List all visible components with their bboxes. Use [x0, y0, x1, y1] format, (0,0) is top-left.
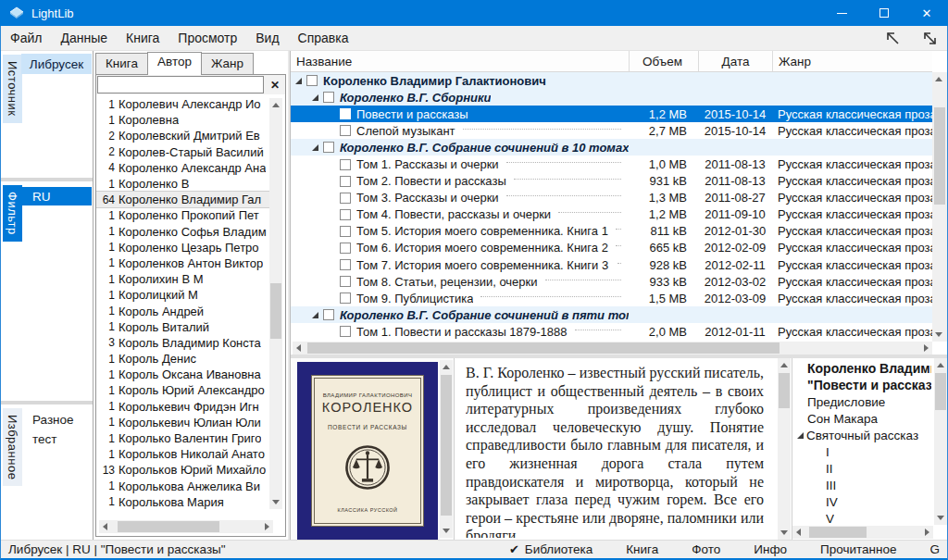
status-item-Книга[interactable]: Книга [626, 542, 658, 556]
author-row[interactable]: 13Корольков Юрий Михайло [96, 462, 273, 478]
column-header-size[interactable]: Объем [629, 51, 698, 71]
expander-icon[interactable] [295, 78, 302, 84]
tree-row[interactable]: Том 8. Статьи, рецензии, очерки933 kB201… [291, 273, 932, 290]
scroll-right-arrow[interactable] [265, 523, 269, 530]
favorites-item[interactable]: Разное [21, 410, 91, 429]
contents-item[interactable]: Короленко Владимир [794, 360, 931, 377]
author-row[interactable]: 1Король Андрей [96, 303, 273, 318]
checkbox[interactable] [340, 176, 351, 187]
checkbox[interactable] [340, 193, 351, 204]
scroll-right-arrow[interactable] [924, 344, 929, 352]
author-row[interactable]: 1Король Юрий Александро [96, 382, 273, 398]
author-row[interactable]: 1Королихин В М [96, 271, 273, 287]
author-row[interactable]: 1Королько Валентин Григо [96, 430, 273, 446]
tree-row[interactable]: Повести и рассказы1,2 MB2015-10-14Русска… [291, 106, 932, 122]
tab-Автор[interactable]: Автор [147, 52, 202, 75]
tree-row[interactable]: Том 4. Повести, рассказы и очерки1,2 MB2… [291, 206, 932, 223]
checkbox[interactable] [323, 309, 334, 320]
status-item-Библиотека[interactable]: ✔Библиотека [509, 542, 592, 556]
author-row[interactable]: 1Короленко В [96, 176, 273, 192]
author-row[interactable]: 4Короленко Александр Ана [96, 160, 273, 176]
checkbox[interactable] [340, 292, 351, 304]
author-row[interactable]: 1Корольков Николай Анато [96, 446, 273, 462]
status-item-G[interactable]: G [929, 542, 940, 556]
checkbox[interactable] [323, 92, 334, 103]
author-row[interactable]: 1Король Виталий [96, 319, 273, 335]
author-row[interactable]: 1Король Денис [96, 351, 273, 367]
scroll-thumb[interactable] [934, 107, 945, 205]
contents-item[interactable]: I [794, 443, 931, 460]
author-row[interactable]: 1Короленко Цезарь Петро [96, 240, 273, 255]
description-vscrollbar[interactable] [778, 358, 791, 540]
scroll-down-arrow[interactable] [780, 530, 788, 535]
author-row[interactable]: 1Королевна [96, 112, 273, 128]
status-item-Прочитанное[interactable]: Прочитанное [820, 542, 896, 556]
author-row[interactable]: 1Королевич Александр Ио [96, 96, 273, 112]
checkbox[interactable] [306, 75, 318, 86]
tab-source[interactable]: Источник [3, 55, 22, 123]
tree-hscrollbar[interactable] [293, 342, 932, 355]
tree-row[interactable]: Короленко Владимир Галактионович [291, 72, 932, 89]
scroll-down-arrow[interactable] [935, 332, 942, 337]
tab-Книга[interactable]: Книга [95, 53, 148, 75]
scroll-thumb[interactable] [779, 373, 790, 408]
tree-row[interactable]: Том 9. Публицистика1,5 MB2012-03-09Русск… [291, 290, 932, 306]
menu-item-Книга[interactable]: Книга [117, 27, 168, 49]
clear-filter-button[interactable]: ✕ [265, 75, 285, 94]
checkbox[interactable] [340, 259, 351, 270]
author-row[interactable]: 1Королькевич Фридэн Игн [96, 399, 273, 415]
author-row[interactable]: 1Короленко Софья Владим [96, 224, 273, 240]
scroll-up-arrow[interactable] [780, 363, 788, 367]
status-item-Фото[interactable]: Фото [692, 542, 720, 556]
scroll-right-arrow[interactable] [925, 529, 929, 536]
tree-row[interactable]: Короленко В.Г. Сборники [291, 89, 932, 106]
expander-icon[interactable] [312, 312, 318, 318]
menu-item-Вид[interactable]: Вид [246, 27, 288, 49]
scroll-up-arrow[interactable] [937, 363, 944, 367]
checkbox[interactable] [340, 209, 351, 220]
contents-hscrollbar[interactable] [792, 526, 933, 539]
expander-icon[interactable] [312, 144, 318, 151]
menu-item-Справка[interactable]: Справка [289, 27, 358, 49]
scroll-down-arrow[interactable] [937, 516, 944, 520]
source-item-librusek[interactable]: Либрусек [21, 54, 92, 74]
tree-row[interactable]: Том 6. История моего современника. Книга… [291, 240, 932, 256]
scroll-down-arrow[interactable] [272, 500, 280, 504]
scroll-up-arrow[interactable] [935, 77, 942, 81]
checkbox[interactable] [340, 159, 351, 170]
tree-row[interactable]: Том 1. Повести и рассказы 1879-18882,0 M… [291, 323, 932, 340]
column-header-date[interactable]: Дата [698, 51, 772, 71]
checkbox[interactable] [323, 142, 334, 153]
checkbox[interactable] [340, 125, 351, 136]
column-header-title[interactable]: Название [291, 51, 629, 71]
tree-row[interactable]: Короленко В.Г. Собрание сочинений в пяти… [291, 306, 932, 323]
tree-row[interactable]: Том 5. История моего современника. Книга… [291, 223, 932, 240]
status-item-Инфо[interactable]: Инфо [754, 542, 787, 556]
scroll-thumb[interactable] [935, 373, 946, 410]
expander-icon[interactable] [312, 94, 318, 101]
scroll-thumb[interactable] [118, 521, 219, 532]
scroll-thumb[interactable] [270, 283, 281, 339]
tree-row[interactable]: Том 1. Рассказы и очерки1,0 MB2011-08-13… [291, 156, 932, 172]
menu-item-Файл[interactable]: Файл [1, 27, 51, 49]
contents-item[interactable]: Святочный рассказ [794, 427, 931, 443]
contents-item[interactable]: Предисловие [794, 393, 931, 410]
scroll-thumb[interactable] [441, 375, 452, 516]
author-row[interactable]: 1Королькова Мария [96, 494, 273, 509]
column-header-genre[interactable]: Жанр [772, 51, 932, 71]
author-row[interactable]: 2Королев-Старый Василий [96, 144, 273, 160]
tree-row[interactable]: Том 2. Повести и рассказы931 kB2011-08-1… [291, 173, 932, 190]
author-filter-input[interactable] [97, 76, 264, 93]
tree-row[interactable]: Короленко В.Г. Собрание сочинений в 10 т… [291, 139, 932, 156]
maximize-button[interactable] [863, 0, 905, 26]
author-row[interactable]: 1Короленков Антон Виктор [96, 255, 273, 271]
menu-item-Данные[interactable]: Данные [51, 27, 117, 49]
author-list-hscrollbar[interactable] [99, 520, 273, 533]
scroll-left-arrow[interactable] [103, 523, 107, 530]
checkbox[interactable] [340, 326, 351, 337]
author-row[interactable]: 1Королицкий М [96, 287, 273, 303]
tree-vscrollbar[interactable] [932, 72, 947, 342]
tree-row[interactable]: Слепой музыкант2,7 MB2015-10-14Русская к… [291, 122, 932, 139]
menu-item-Просмотр[interactable]: Просмотр [168, 27, 246, 49]
author-row[interactable]: 1Королькова Анжелика Ви [96, 479, 273, 494]
